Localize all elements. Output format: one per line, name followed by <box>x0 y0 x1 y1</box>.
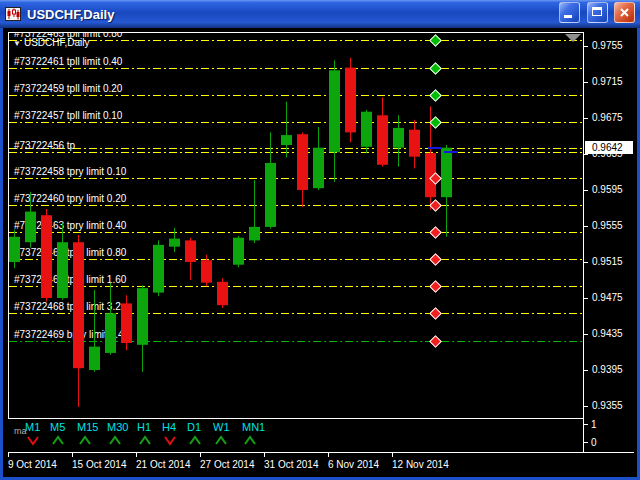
date-axis[interactable]: 9 Oct 201415 Oct 201421 Oct 201427 Oct 2… <box>8 453 634 475</box>
bull-candle <box>105 313 116 353</box>
date-tick-label: 15 Oct 2014 <box>72 459 126 470</box>
chart-plot-area[interactable]: ▼USDCHF,Daily #73722465 tpll limit 0.80#… <box>8 32 583 418</box>
signal-arrow-up-icon <box>108 432 122 443</box>
price-tick <box>584 190 588 191</box>
date-tick <box>72 453 73 457</box>
window-controls <box>557 2 635 27</box>
signal-arrow-up-icon <box>78 432 92 443</box>
date-tick <box>392 453 393 457</box>
bull-candle <box>25 212 36 243</box>
price-tick <box>584 154 588 155</box>
date-tick-label: 27 Oct 2014 <box>200 459 254 470</box>
current-price-box: 0.9642 <box>585 141 633 154</box>
date-tick-label: 31 Oct 2014 <box>264 459 318 470</box>
bear-candle <box>345 68 356 133</box>
bull-candle <box>265 163 276 227</box>
chart-client-area: ▼USDCHF,Daily #73722465 tpll limit 0.80#… <box>3 28 637 477</box>
bull-candle <box>313 148 324 189</box>
bear-candle <box>201 260 212 283</box>
price-tick-label: 0.9755 <box>592 40 623 51</box>
price-tick-label: 0.9595 <box>592 184 623 195</box>
price-axis[interactable]: 0.97550.97150.96750.96350.95950.95550.95… <box>584 28 637 477</box>
bull-candle <box>169 239 180 247</box>
price-tick <box>584 298 588 299</box>
bear-candle <box>185 240 196 262</box>
price-tick <box>584 46 588 47</box>
tp-marker-dash <box>428 147 442 149</box>
bear-candle <box>121 303 132 343</box>
signal-arrow-up-icon <box>138 432 152 443</box>
indicator-scale-tick <box>584 424 588 425</box>
title-bar[interactable]: USDCHF,Daily <box>0 0 640 28</box>
indicator-pane[interactable]: ma M1M5M15M30H1H4D1W1MN1 <box>8 419 583 452</box>
signal-arrow-up-icon <box>243 432 257 443</box>
date-tick-label: 6 Nov 2014 <box>328 459 379 470</box>
bull-candle <box>441 148 452 198</box>
price-tick-label: 0.9355 <box>592 400 623 411</box>
bull-candle <box>329 70 340 152</box>
bull-candle <box>233 238 244 265</box>
price-tick <box>584 406 588 407</box>
indicator-scale-min: 0 <box>591 437 597 448</box>
price-tick <box>584 262 588 263</box>
signal-arrow-down-icon <box>26 432 40 443</box>
bear-candle <box>409 130 420 157</box>
bear-candle <box>297 134 308 190</box>
chart-symbol-label: ▼USDCHF,Daily <box>13 37 89 48</box>
chart-window: USDCHF,Daily ▼USDCHF,Daily #73722465 tpl… <box>0 0 640 480</box>
price-tick-label: 0.9555 <box>592 220 623 231</box>
signal-arrow-up-icon <box>188 432 202 443</box>
price-tick-label: 0.9395 <box>592 364 623 375</box>
triangle-down-icon: ▼ <box>13 39 21 48</box>
bull-candle <box>89 347 100 370</box>
date-tick-label: 9 Oct 2014 <box>8 459 57 470</box>
indicator-scale-tick <box>584 442 588 443</box>
candlestick-series <box>9 33 583 418</box>
bull-candle <box>249 227 260 241</box>
minimize-button[interactable] <box>559 2 580 23</box>
date-tick <box>264 453 265 457</box>
signal-arrow-up-icon <box>51 432 65 443</box>
date-tick <box>136 453 137 457</box>
bull-candle <box>9 237 20 262</box>
price-tick-label: 0.9515 <box>592 256 623 267</box>
price-tick-label: 0.9675 <box>592 112 623 123</box>
price-tick <box>584 118 588 119</box>
candlestick-chart-icon <box>5 6 22 22</box>
price-tick-label: 0.9435 <box>592 328 623 339</box>
date-tick <box>8 453 9 457</box>
bear-candle <box>41 215 52 298</box>
indicator-scale-max: 1 <box>591 419 597 430</box>
bull-candle <box>153 245 164 293</box>
symbol-period-text: USDCHF,Daily <box>24 37 90 48</box>
date-tick-label: 12 Nov 2014 <box>392 459 449 470</box>
maximize-button[interactable] <box>587 2 608 23</box>
price-tick-label: 0.9475 <box>592 292 623 303</box>
date-tick-label: 21 Oct 2014 <box>136 459 190 470</box>
price-tick <box>584 334 588 335</box>
bull-candle <box>137 288 148 345</box>
bear-candle <box>73 242 84 368</box>
bull-candle <box>393 128 404 148</box>
bear-candle <box>377 115 388 165</box>
bull-candle <box>57 242 68 298</box>
signal-arrow-up-icon <box>214 432 228 443</box>
date-tick <box>328 453 329 457</box>
close-button[interactable] <box>614 2 635 23</box>
signal-arrow-down-icon <box>163 432 177 443</box>
bull-candle <box>361 112 372 147</box>
price-tick <box>584 82 588 83</box>
bear-candle <box>217 282 228 305</box>
price-tick-label: 0.9715 <box>592 76 623 87</box>
chart-shift-triangle-icon[interactable] <box>565 34 581 42</box>
price-tick <box>584 370 588 371</box>
window-title: USDCHF,Daily <box>27 7 557 22</box>
tp-marker-dash <box>444 151 458 153</box>
bull-candle <box>281 135 292 145</box>
date-tick <box>200 453 201 457</box>
price-tick <box>584 226 588 227</box>
